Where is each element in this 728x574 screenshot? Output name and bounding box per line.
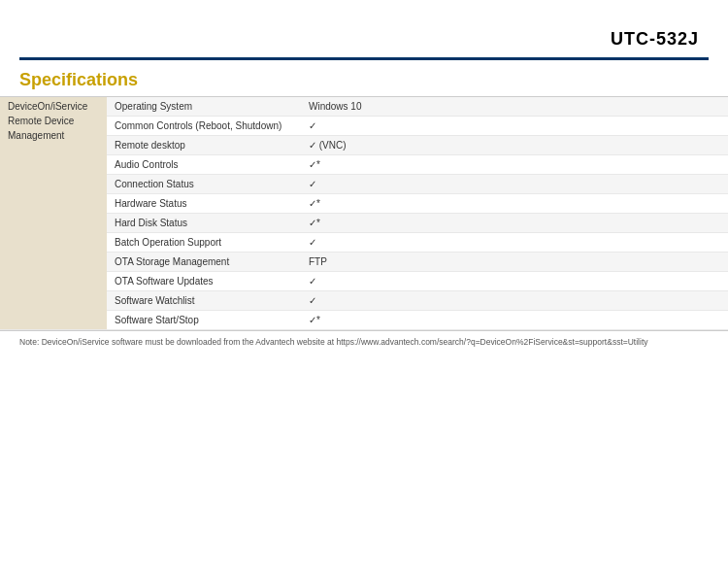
feature-cell: Software Start/Stop <box>107 311 301 330</box>
feature-cell: Batch Operation Support <box>107 233 301 253</box>
table-row: Connection Status✓ <box>0 175 728 194</box>
table-row: Hard Disk Status✓* <box>0 214 728 233</box>
value-cell: ✓* <box>301 155 728 175</box>
header-area: UTC-532J <box>0 0 728 57</box>
table-row: OTA Storage ManagementFTP <box>0 253 728 272</box>
feature-cell: Operating System <box>107 97 301 117</box>
feature-cell: Hard Disk Status <box>107 214 301 233</box>
page-wrapper: UTC-532J Specifications DeviceOn/iServic… <box>0 0 728 353</box>
table-row: OTA Software Updates✓ <box>0 272 728 291</box>
specs-heading: Specifications <box>0 60 728 97</box>
feature-cell: Common Controls (Reboot, Shutdown) <box>107 117 301 136</box>
table-row: Batch Operation Support✓ <box>0 233 728 253</box>
table-row: Software Start/Stop✓* <box>0 311 728 330</box>
feature-cell: Software Watchlist <box>107 291 301 311</box>
value-cell: ✓* <box>301 311 728 330</box>
specs-table: DeviceOn/iService Remote Device Manageme… <box>0 97 728 330</box>
value-cell: ✓ <box>301 175 728 194</box>
feature-cell: Audio Controls <box>107 155 301 175</box>
value-cell: ✓ <box>301 272 728 291</box>
value-cell: ✓ <box>301 233 728 253</box>
table-row: Common Controls (Reboot, Shutdown)✓ <box>0 117 728 136</box>
table-row: DeviceOn/iService Remote Device Manageme… <box>0 97 728 117</box>
value-cell: ✓ <box>301 117 728 136</box>
value-cell: Windows 10 <box>301 97 728 117</box>
table-row: Audio Controls✓* <box>0 155 728 175</box>
table-row: Hardware Status✓* <box>0 194 728 214</box>
feature-cell: OTA Software Updates <box>107 272 301 291</box>
table-row: Remote desktop✓ (VNC) <box>0 136 728 155</box>
feature-cell: Remote desktop <box>107 136 301 155</box>
value-cell: ✓* <box>301 194 728 214</box>
feature-cell: Connection Status <box>107 175 301 194</box>
table-row: Software Watchlist✓ <box>0 291 728 311</box>
feature-cell: OTA Storage Management <box>107 253 301 272</box>
category-cell: DeviceOn/iService Remote Device Manageme… <box>0 97 107 330</box>
note-area: Note: DeviceOn/iService software must be… <box>0 330 728 353</box>
product-title: UTC-532J <box>611 29 699 50</box>
value-cell: ✓ (VNC) <box>301 136 728 155</box>
value-cell: ✓ <box>301 291 728 311</box>
value-cell: ✓* <box>301 214 728 233</box>
note-text: Note: DeviceOn/iService software must be… <box>19 337 648 347</box>
value-cell: FTP <box>301 253 728 272</box>
feature-cell: Hardware Status <box>107 194 301 214</box>
